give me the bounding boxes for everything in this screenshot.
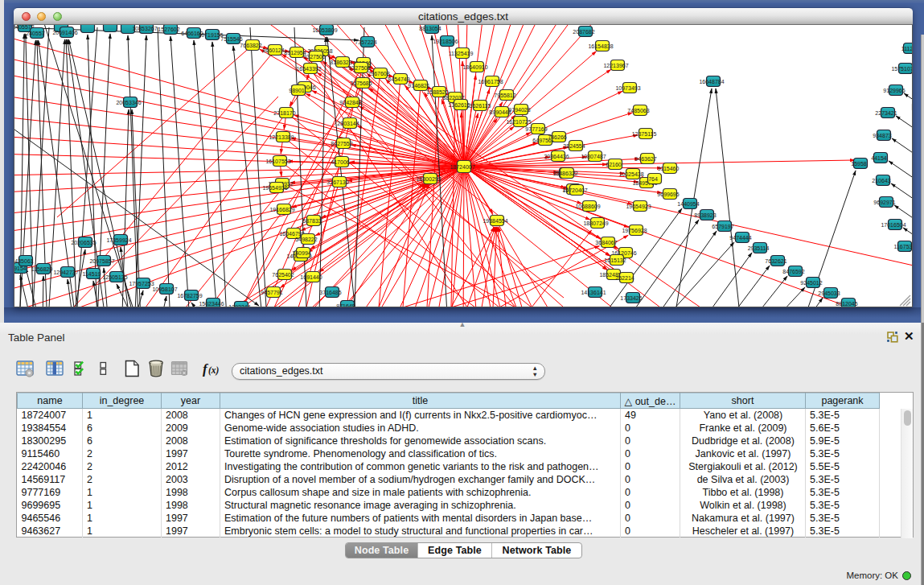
svg-text:15720407: 15720407 <box>562 187 587 193</box>
svg-text:16053809: 16053809 <box>312 27 337 33</box>
svg-text:19756928: 19756928 <box>622 228 647 233</box>
svg-text:20053346: 20053346 <box>116 100 141 105</box>
svg-text:1733426: 1733426 <box>620 295 642 301</box>
svg-text:10958107: 10958107 <box>152 286 177 292</box>
svg-text:12942737: 12942737 <box>53 270 78 275</box>
svg-text:116753: 116753 <box>894 244 913 249</box>
svg-text:8660124: 8660124 <box>262 47 284 53</box>
svg-text:3824554: 3824554 <box>563 143 585 149</box>
svg-text:20364436: 20364436 <box>544 154 569 159</box>
svg-text:3675685: 3675685 <box>350 80 372 86</box>
svg-text:8427552: 8427552 <box>331 141 352 146</box>
svg-text:16046798: 16046798 <box>279 231 304 237</box>
svg-text:1156829: 1156829 <box>31 266 53 272</box>
svg-text:8813054: 8813054 <box>419 26 441 31</box>
svg-text:7632621: 7632621 <box>765 258 786 264</box>
svg-text:12213389: 12213389 <box>269 134 294 140</box>
svg-text:764: 764 <box>648 176 658 182</box>
svg-text:746266: 746266 <box>548 134 566 140</box>
svg-text:1615132: 1615132 <box>604 257 626 263</box>
svg-text:9794028: 9794028 <box>508 107 530 113</box>
svg-text:971648: 971648 <box>336 303 355 308</box>
svg-text:1440954: 1440954 <box>677 201 699 207</box>
svg-text:10973493: 10973493 <box>615 85 640 91</box>
svg-text:12375115: 12375115 <box>632 131 657 137</box>
svg-text:19166829: 19166829 <box>269 207 294 212</box>
svg-text:210643: 210643 <box>872 178 890 183</box>
svg-text:16961758: 16961758 <box>478 79 503 84</box>
svg-text:19654923: 19654923 <box>626 204 651 209</box>
svg-text:15023446: 15023446 <box>199 301 224 307</box>
svg-text:2718170: 2718170 <box>273 110 295 116</box>
svg-text:16154838: 16154838 <box>588 43 613 49</box>
svg-text:20206535: 20206535 <box>71 240 96 245</box>
svg-text:11120: 11120 <box>901 46 913 51</box>
svg-text:18807249: 18807249 <box>583 220 608 226</box>
svg-text:9777169: 9777169 <box>525 126 547 132</box>
svg-text:2935114: 2935114 <box>748 245 770 251</box>
svg-text:13626115: 13626115 <box>466 103 491 109</box>
svg-text:8476592: 8476592 <box>782 269 804 274</box>
svg-text:6579197: 6579197 <box>712 224 733 229</box>
svg-text:9699695: 9699695 <box>657 192 679 197</box>
svg-text:1691440: 1691440 <box>300 274 322 280</box>
svg-text:19218506: 19218506 <box>433 39 458 44</box>
svg-text:10853267: 10853267 <box>132 26 157 31</box>
svg-text:14136141: 14136141 <box>581 290 606 295</box>
svg-text:98901: 98901 <box>289 88 305 93</box>
svg-text:12505135: 12505135 <box>102 274 127 280</box>
svg-text:1292344: 1292344 <box>228 304 250 308</box>
svg-text:3716485: 3716485 <box>319 290 341 295</box>
svg-text:44154: 44154 <box>871 155 887 161</box>
svg-text:62160: 62160 <box>606 162 622 167</box>
svg-text:2087682: 2087682 <box>573 29 594 35</box>
svg-text:1527602: 1527602 <box>158 27 179 32</box>
svg-text:18640910: 18640910 <box>462 64 487 70</box>
svg-text:9242848: 9242848 <box>339 100 361 105</box>
svg-text:2803144: 2803144 <box>337 121 359 126</box>
svg-text:10807487: 10807487 <box>581 154 606 159</box>
svg-text:7663822: 7663822 <box>240 43 261 48</box>
svg-text:7625402: 7625402 <box>272 272 294 278</box>
svg-text:240557: 240557 <box>26 31 44 36</box>
svg-text:17359924: 17359924 <box>106 237 131 243</box>
svg-text:9463627: 9463627 <box>634 156 656 162</box>
svg-text:17957253: 17957253 <box>129 281 154 286</box>
svg-text:3684067: 3684067 <box>595 240 617 245</box>
svg-text:16782759: 16782759 <box>177 293 202 299</box>
svg-text:9115460: 9115460 <box>658 166 680 171</box>
svg-text:8454749: 8454749 <box>388 76 409 82</box>
svg-text:7515546: 7515546 <box>220 36 242 42</box>
svg-text:16107553: 16107553 <box>265 159 290 164</box>
svg-text:16648784: 16648784 <box>699 79 724 84</box>
svg-text:7955812: 7955812 <box>494 93 515 98</box>
svg-text:10688609: 10688609 <box>575 204 600 209</box>
svg-text:587833: 587833 <box>302 218 321 224</box>
svg-text:2967608: 2967608 <box>368 71 389 76</box>
svg-text:15751074: 15751074 <box>891 66 913 72</box>
svg-text:9146821: 9146821 <box>408 83 429 89</box>
svg-text:9327500: 9327500 <box>303 54 325 60</box>
svg-text:11325419: 11325419 <box>449 51 474 56</box>
svg-text:15958: 15958 <box>851 161 867 167</box>
svg-text:9474444: 9474444 <box>729 235 751 241</box>
svg-text:18300295: 18300295 <box>416 176 441 182</box>
svg-text:8812045: 8812045 <box>836 301 857 307</box>
svg-text:8186323: 8186323 <box>330 60 351 65</box>
svg-text:435061: 435061 <box>14 258 33 264</box>
svg-text:16543392: 16543392 <box>296 66 321 72</box>
svg-text:9129966: 9129966 <box>883 88 905 93</box>
svg-text:7485063: 7485063 <box>627 108 649 113</box>
svg-text:20975857: 20975857 <box>89 258 114 264</box>
svg-text:9245012: 9245012 <box>800 280 822 286</box>
svg-text:10025438: 10025438 <box>618 171 643 177</box>
svg-text:9457791: 9457791 <box>261 290 282 295</box>
svg-text:417006: 417006 <box>331 159 349 165</box>
svg-text:16210725: 16210725 <box>506 119 531 125</box>
svg-text:19384554: 19384554 <box>483 218 507 224</box>
svg-text:9327508: 9327508 <box>348 65 370 71</box>
svg-text:18724007: 18724007 <box>450 164 474 170</box>
svg-text:20691406: 20691406 <box>52 30 77 35</box>
svg-text:7357224: 7357224 <box>355 39 376 45</box>
svg-text:10719155: 10719155 <box>198 32 223 38</box>
